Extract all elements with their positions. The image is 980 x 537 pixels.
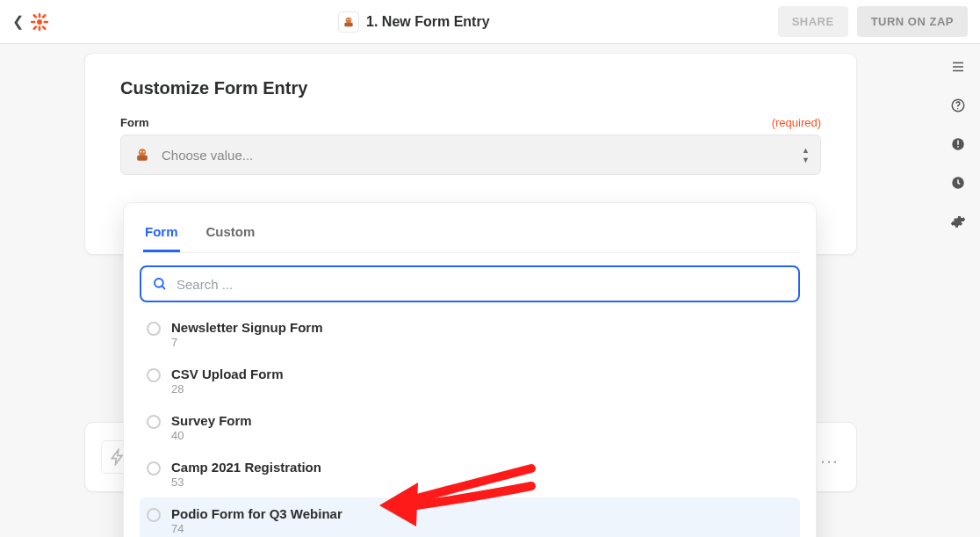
dropdown-options-list: Newsletter Signup Form7CSV Upload Form28… xyxy=(140,311,800,537)
turn-on-zap-button[interactable]: TURN ON ZAP xyxy=(857,6,968,37)
svg-point-23 xyxy=(957,108,959,110)
svg-rect-26 xyxy=(957,146,959,148)
radio-icon xyxy=(147,461,161,475)
help-icon[interactable] xyxy=(946,93,970,118)
option-name: Camp 2021 Registration xyxy=(171,460,321,475)
radio-icon xyxy=(147,368,161,382)
option-name: Podio Form for Q3 Webinar xyxy=(171,506,342,521)
settings-icon[interactable] xyxy=(946,209,970,234)
form-option[interactable]: Newsletter Signup Form7 xyxy=(140,311,800,358)
svg-point-17 xyxy=(155,279,163,287)
svg-rect-25 xyxy=(957,141,959,145)
svg-rect-6 xyxy=(41,25,47,30)
dropdown-search[interactable] xyxy=(140,265,800,302)
form-option[interactable]: Podio Form for Q3 Webinar74 xyxy=(140,497,800,537)
radio-icon xyxy=(147,508,161,522)
option-name: Newsletter Signup Form xyxy=(171,320,323,335)
svg-rect-3 xyxy=(31,20,36,23)
dropdown-tabs: Form Custom xyxy=(140,215,800,253)
menu-icon[interactable] xyxy=(946,54,970,79)
select-placeholder: Choose value... xyxy=(162,148,253,163)
svg-point-13 xyxy=(139,149,146,156)
svg-rect-8 xyxy=(32,25,38,30)
svg-point-0 xyxy=(37,19,42,25)
svg-rect-7 xyxy=(41,13,47,18)
search-input[interactable] xyxy=(177,277,788,292)
topbar-step-indicator: 1. New Form Entry xyxy=(59,11,769,33)
svg-rect-2 xyxy=(39,25,41,31)
share-button[interactable]: SHARE xyxy=(778,6,848,37)
radio-icon xyxy=(147,415,161,429)
svg-line-18 xyxy=(162,286,165,289)
trigger-app-icon xyxy=(338,11,359,33)
step-title: 1. New Form Entry xyxy=(366,14,489,30)
svg-rect-4 xyxy=(44,20,49,23)
option-id: 7 xyxy=(171,336,323,349)
svg-point-12 xyxy=(349,18,350,19)
form-select[interactable]: Choose value... ▲▼ xyxy=(120,134,821,175)
editor-canvas: ? … Customize Form Entry Form (required)… xyxy=(0,44,980,537)
svg-point-11 xyxy=(347,18,348,19)
form-option[interactable]: Camp 2021 Registration53 xyxy=(140,451,800,497)
more-icon[interactable]: … xyxy=(819,446,840,468)
back-chevron-icon[interactable]: ❮ xyxy=(12,15,24,29)
required-badge: (required) xyxy=(772,116,821,129)
option-id: 40 xyxy=(171,429,252,442)
svg-point-15 xyxy=(141,151,142,153)
svg-rect-14 xyxy=(137,156,148,161)
svg-point-9 xyxy=(346,17,352,23)
tab-custom[interactable]: Custom xyxy=(205,219,257,252)
option-name: Survey Form xyxy=(171,413,252,428)
svg-rect-5 xyxy=(32,13,38,18)
zapier-logo-icon[interactable] xyxy=(29,11,50,33)
trigger-app-icon xyxy=(132,144,153,165)
editor-heading: Customize Form Entry xyxy=(120,78,821,98)
form-option[interactable]: Survey Form40 xyxy=(140,404,800,451)
search-icon xyxy=(152,276,168,292)
sort-caret-icon: ▲▼ xyxy=(802,146,810,164)
option-id: 53 xyxy=(171,475,321,489)
top-bar: ❮ 1. New Form Entry SHARE TURN ON ZAP xyxy=(0,0,980,44)
right-rail xyxy=(945,54,971,234)
clock-icon[interactable] xyxy=(946,171,970,195)
form-dropdown-popover: Form Custom Newsletter Signup Form7CSV U… xyxy=(123,202,817,537)
option-id: 74 xyxy=(171,522,342,535)
svg-rect-10 xyxy=(344,22,352,26)
alert-icon[interactable] xyxy=(946,132,970,156)
svg-point-16 xyxy=(143,151,145,153)
form-option[interactable]: CSV Upload Form28 xyxy=(140,358,800,404)
option-name: CSV Upload Form xyxy=(171,366,284,381)
radio-icon xyxy=(147,322,161,336)
svg-rect-1 xyxy=(39,12,41,17)
option-id: 28 xyxy=(171,382,284,395)
tab-form[interactable]: Form xyxy=(143,219,180,252)
form-field-label: Form xyxy=(120,116,149,129)
